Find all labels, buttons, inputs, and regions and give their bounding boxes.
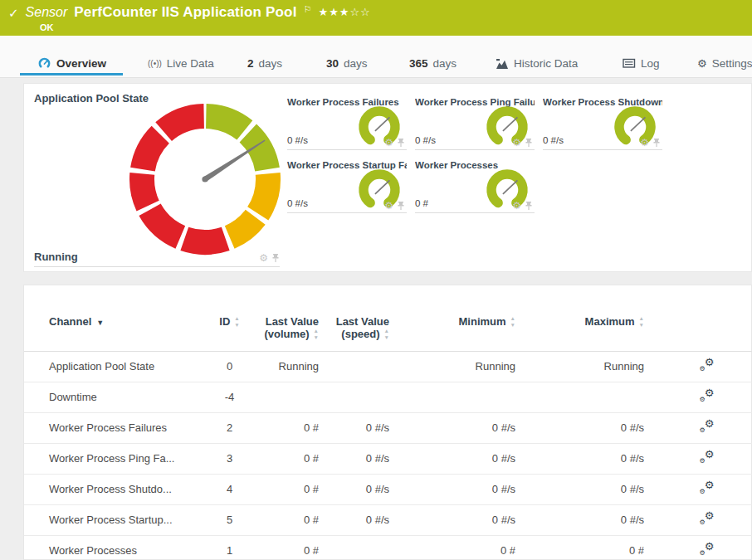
gear-icon: ⚙ [700,366,706,373]
status-check-icon: ✓ [8,6,19,21]
column-header-last-value-speed[interactable]: Last Value (speed)▲▼ [319,315,389,351]
cell-minimum: 0 #/s [389,443,515,474]
tab-30-days[interactable]: 30 days [326,57,368,70]
cell-last-value-speed: 0 #/s [319,504,389,535]
cell-actions: ⚙⚙ [644,535,752,560]
sort-arrows-icon: ▲▼ [314,328,319,339]
channel-table-panel: Channel▼ ID▲▼ Last Value (volume)▲▼ Last… [23,285,752,560]
cell-last-value-speed: 0 #/s [319,474,389,504]
gear-icon: ⚙ [705,418,715,429]
table-row: Application Pool State0RunningRunningRun… [24,351,752,382]
tab-overview[interactable]: Overview [37,56,106,70]
gauge-settings-icon[interactable]: ⚙ [640,138,649,148]
channel-settings-gears-icon[interactable]: ⚙⚙ [700,451,715,463]
table-row: Worker Processes10 #0 #0 #⚙⚙ [24,535,752,560]
mini-gauge-worker-process-failures[interactable]: Worker Process Failures 0 #/s ⚙ [287,97,407,150]
cell-maximum: 0 #/s [515,412,644,443]
channel-settings-gears-icon[interactable]: ⚙⚙ [700,421,715,432]
cell-last-value-speed: 0 #/s [319,412,389,443]
cell-channel: Worker Process Startup... [24,504,211,535]
cell-channel: Worker Process Ping Fa... [24,443,211,474]
pin-icon[interactable] [652,138,661,148]
mini-gauge-worker-process-startup-failures[interactable]: Worker Process Startup Failu... 0 #/s ⚙ [287,160,407,213]
cell-id: 1 [211,535,248,560]
cell-channel: Worker Process Failures [24,412,211,443]
gauge-settings-icon[interactable]: ⚙ [384,138,393,148]
gear-icon: ⚙ [700,489,706,495]
cell-last-value-speed [319,382,389,412]
tab-log[interactable]: Log [623,57,660,70]
cell-channel: Application Pool State [24,351,211,382]
tab-2-days[interactable]: 2 days [247,57,282,70]
cell-channel: Worker Processes [24,535,211,560]
gauge-settings-icon[interactable]: ⚙ [512,138,521,148]
cell-last-value-volume: 0 # [248,443,319,474]
column-header-id[interactable]: ID▲▼ [211,315,248,351]
table-row: Worker Process Ping Fa...30 #0 #/s0 #/s0… [24,443,752,474]
pin-icon[interactable] [397,138,405,148]
cell-channel: Worker Process Shutdo... [24,474,211,504]
cell-id: -4 [211,382,248,412]
sensor-header: ✓ Sensor PerfCounter IIS Application Poo… [0,0,752,36]
gear-icon: ⚙ [700,397,706,403]
cell-id: 2 [211,412,248,443]
active-tab-underline [20,73,123,75]
overview-gauges-panel: Application Pool State Running ⚙ Worker … [23,83,752,272]
settings-gear-icon: ⚙ [697,57,707,70]
tab-365-days[interactable]: 365 days [409,57,457,70]
main-gauge-footer: Running ⚙ [34,246,280,267]
cell-actions: ⚙⚙ [644,474,752,504]
priority-stars[interactable]: ★★★☆☆ [319,6,371,18]
cell-minimum: 0 # [389,535,515,560]
mini-gauge-worker-processes[interactable]: Worker Processes 0 # ⚙ [415,160,535,213]
cell-last-value-speed [319,535,389,560]
gear-icon: ⚙ [705,541,715,552]
pin-icon[interactable] [271,253,280,263]
gauge-icon [37,56,51,70]
channel-settings-gears-icon[interactable]: ⚙⚙ [700,390,715,402]
cell-last-value-speed: 0 #/s [319,443,389,474]
cell-last-value-speed [319,351,389,382]
cell-last-value-volume: Running [248,351,319,382]
sort-arrows-icon: ▲▼ [384,328,389,339]
gauge-settings-icon[interactable]: ⚙ [259,253,268,263]
channel-table: Channel▼ ID▲▼ Last Value (volume)▲▼ Last… [24,315,752,560]
pin-icon[interactable] [397,201,405,211]
column-header-maximum[interactable]: Maximum▲▼ [515,315,644,351]
mini-gauge-worker-process-ping-failures[interactable]: Worker Process Ping Failures 0 #/s ⚙ [415,97,535,150]
sort-arrows-icon: ▲▼ [510,315,515,327]
sensor-status-badge: OK [40,22,54,32]
channel-settings-gears-icon[interactable]: ⚙⚙ [700,513,715,524]
channel-settings-gears-icon[interactable]: ⚙⚙ [700,359,715,371]
column-header-channel[interactable]: Channel▼ [24,315,211,351]
gear-icon: ⚙ [705,510,715,521]
tab-live-data[interactable]: ((•)) Live Data [148,57,214,70]
cell-last-value-volume: 0 # [248,504,319,535]
priority-flag-icon[interactable]: ⚐ [304,4,312,15]
cell-actions: ⚙⚙ [644,351,752,382]
gauge-settings-icon[interactable]: ⚙ [512,201,521,211]
sort-arrows-icon: ▲▼ [639,315,644,327]
table-row: Worker Process Startup...50 #0 #/s0 #/s0… [24,504,752,535]
channel-settings-gears-icon[interactable]: ⚙⚙ [700,543,715,555]
cell-minimum: 0 #/s [389,504,515,535]
column-header-minimum[interactable]: Minimum▲▼ [389,315,515,351]
column-header-last-value-volume[interactable]: Last Value (volume)▲▼ [248,315,319,351]
pin-icon[interactable] [525,201,533,211]
table-row: Worker Process Shutdo...40 #0 #/s0 #/s0 … [24,474,752,504]
gauge-settings-icon[interactable]: ⚙ [384,201,393,211]
sort-arrows-icon: ▲▼ [234,315,239,327]
tab-historic-data[interactable]: Historic Data [496,57,578,70]
live-data-icon: ((•)) [148,59,162,68]
channel-settings-gears-icon[interactable]: ⚙⚙ [700,482,715,494]
tab-settings[interactable]: ⚙ Settings [697,57,752,70]
cell-minimum: 0 #/s [389,412,515,443]
cell-id: 0 [211,351,248,382]
cell-actions: ⚙⚙ [644,382,752,412]
application-pool-state-gauge[interactable] [129,103,281,256]
cell-channel: Downtime [24,382,211,412]
pin-icon[interactable] [525,138,533,148]
main-gauge-value: Running [34,251,78,263]
column-header-actions [644,315,752,351]
mini-gauge-worker-process-shutdown-failures[interactable]: Worker Process Shutdown Fa... 0 #/s ⚙ [543,97,662,150]
